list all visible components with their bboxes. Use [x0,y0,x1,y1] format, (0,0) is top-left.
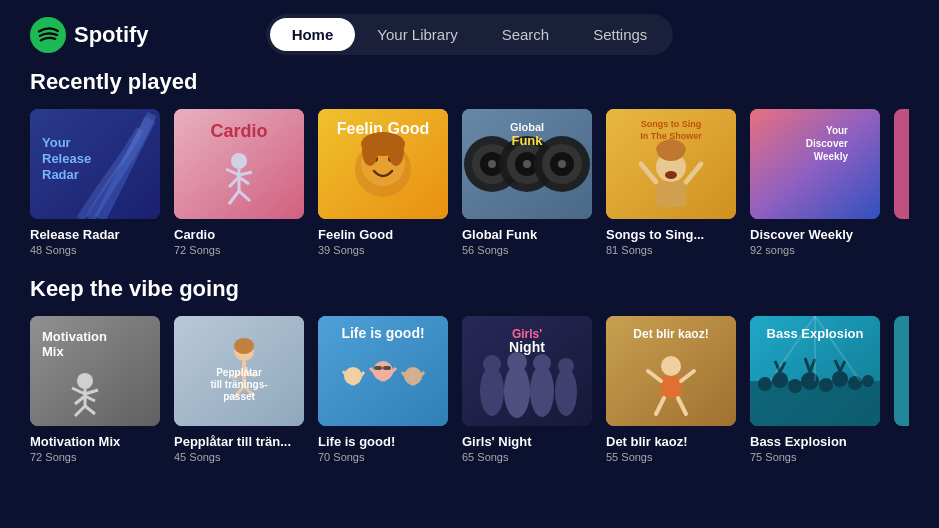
motivation-mix-subtitle: 72 Songs [30,451,160,463]
keep-vibe-cards: Motivation Mix Motivation Mix 72 So [30,316,909,463]
svg-text:Pepplåtar: Pepplåtar [216,367,262,378]
svg-point-126 [801,372,819,390]
girls-night-subtitle: 65 Songs [462,451,592,463]
bass-explosion-title: Bass Explosion [750,434,880,449]
svg-point-74 [234,338,254,354]
svg-point-108 [555,368,577,416]
svg-point-105 [507,352,527,372]
det-kaoz-title: Det blir kaoz! [606,434,736,449]
card-bass-explosion[interactable]: Bass Explosion [750,316,880,463]
girls-night-title: Girls' Night [462,434,592,449]
svg-rect-96 [383,366,391,370]
svg-text:Radar: Radar [42,167,79,182]
svg-text:Weekly: Weekly [814,151,849,162]
nav-search[interactable]: Search [480,18,572,51]
svg-point-26 [388,136,404,166]
svg-text:Songs to Sing: Songs to Sing [641,119,702,129]
pepplatar-subtitle: 45 Songs [174,451,304,463]
keep-vibe-section: Keep the vibe going [30,276,909,463]
svg-point-25 [362,136,378,166]
svg-point-63 [77,373,93,389]
card-release-radar[interactable]: Your Release Radar Release Radar 48 Song… [30,109,160,256]
card-feelin-good[interactable]: Feelin Good Feelin Good 39 Songs [318,109,448,256]
songs-sing-subtitle: 81 Songs [606,244,736,256]
svg-text:Release: Release [42,151,91,166]
release-radar-title: Release Radar [30,227,160,242]
bass-explosion-subtitle: 75 Songs [750,451,880,463]
card-discover-weekly[interactable]: Your Discover Weekly Discover Weekly 92 … [750,109,880,256]
svg-point-107 [533,354,551,372]
svg-text:Your: Your [826,125,848,136]
card-pepplatar[interactable]: Pepplåtar till tränings- passet Pepplåta… [174,316,304,463]
global-funk-title: Global Funk [462,227,592,242]
recently-played-cards: Your Release Radar Release Radar 48 Song… [30,109,909,256]
card-cardio[interactable]: Cardio Cardio 72 Songs [174,109,304,256]
svg-rect-95 [374,366,382,370]
card-motivation-mix[interactable]: Motivation Mix Motivation Mix 72 So [30,316,160,463]
svg-text:Motivation: Motivation [42,329,107,344]
svg-point-40 [558,160,566,168]
svg-point-113 [661,356,681,376]
svg-point-127 [819,378,833,392]
svg-rect-114 [661,376,681,398]
card-girls-night[interactable]: Girls' Night Girls' Night 65 Songs [462,316,592,463]
svg-rect-54 [750,109,880,219]
recently-played-section: Recently played [30,69,909,256]
svg-point-130 [862,375,874,387]
card-songs-to-sing[interactable]: Songs to Sing In The Shower So [606,109,736,256]
release-radar-subtitle: 48 Songs [30,244,160,256]
svg-text:Det blir kaoz!: Det blir kaoz! [633,327,708,341]
svg-point-106 [530,365,554,417]
svg-point-36 [523,160,531,168]
life-good-subtitle: 70 Songs [318,451,448,463]
svg-text:till tränings-: till tränings- [210,379,267,390]
cardio-subtitle: 72 Songs [174,244,304,256]
det-kaoz-subtitle: 55 Songs [606,451,736,463]
svg-point-109 [558,358,574,374]
svg-rect-58 [894,109,909,219]
svg-point-87 [373,361,393,381]
svg-rect-140 [894,316,909,426]
card-det-blir-kaoz[interactable]: Det blir kaoz! Det blir kaoz! 55 Songs [606,316,736,463]
discover-weekly-title: Discover Weekly [750,227,880,242]
motivation-mix-title: Motivation Mix [30,434,160,449]
svg-text:Your: Your [42,135,71,150]
spotify-logo-icon [30,17,66,53]
feelin-good-title: Feelin Good [318,227,448,242]
app-name: Spotify [74,22,149,48]
svg-text:Mix: Mix [42,344,64,359]
recently-played-title: Recently played [30,69,909,95]
cardio-title: Cardio [174,227,304,242]
svg-point-32 [488,160,496,168]
songs-sing-title: Songs to Sing... [606,227,736,242]
svg-point-102 [480,366,504,416]
svg-point-125 [788,379,802,393]
svg-text:passet: passet [223,391,255,402]
svg-point-129 [848,376,862,390]
pepplatar-title: Pepplåtar till trän... [174,434,304,449]
svg-text:Life is good!: Life is good! [341,325,424,341]
svg-point-49 [665,171,677,179]
card-partial-1[interactable] [894,109,909,256]
svg-text:Discover: Discover [806,138,848,149]
svg-point-128 [832,371,848,387]
discover-weekly-subtitle: 92 songs [750,244,880,256]
nav-settings[interactable]: Settings [571,18,669,51]
feelin-good-subtitle: 39 Songs [318,244,448,256]
card-global-funk[interactable]: Global Funk Global Funk 56 Songs [462,109,592,256]
card-life-is-good[interactable]: Life is good! [318,316,448,463]
main-nav: Home Your Library Search Settings [266,14,674,55]
keep-vibe-title: Keep the vibe going [30,276,909,302]
nav-your-library[interactable]: Your Library [355,18,479,51]
svg-point-9 [231,153,247,169]
svg-text:Cardio: Cardio [210,121,267,141]
svg-text:Global: Global [510,121,544,133]
nav-home[interactable]: Home [270,18,356,51]
svg-point-0 [30,17,66,53]
svg-text:Funk: Funk [511,133,543,148]
life-good-title: Life is good! [318,434,448,449]
card-partial-2[interactable] [894,316,909,463]
global-funk-subtitle: 56 Songs [462,244,592,256]
svg-point-123 [758,377,772,391]
svg-point-104 [504,364,530,418]
